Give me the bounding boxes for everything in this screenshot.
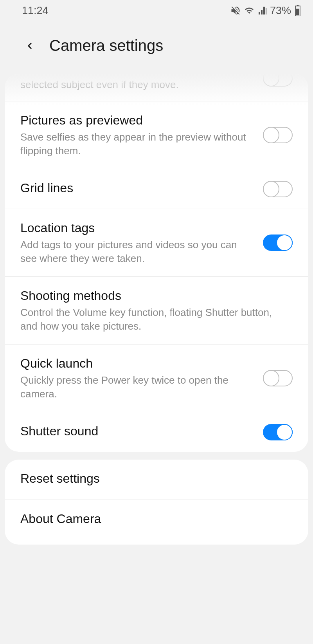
- toggle-shutter-sound[interactable]: [263, 424, 293, 440]
- settings-card-footer: Reset settings About Camera: [5, 460, 308, 544]
- page-title: Camera settings: [49, 37, 163, 54]
- setting-desc: selected subject even if they move.: [20, 78, 255, 92]
- back-button[interactable]: [22, 38, 38, 54]
- setting-pictures-as-previewed[interactable]: Pictures as previewed Save selfies as th…: [5, 101, 308, 169]
- setting-shutter-sound[interactable]: Shutter sound: [5, 412, 308, 452]
- setting-reset[interactable]: Reset settings: [5, 460, 308, 500]
- battery-percentage: 73%: [270, 5, 291, 17]
- setting-desc: Quickly press the Power key twice to ope…: [20, 373, 255, 401]
- wifi-icon: [243, 6, 255, 15]
- setting-desc: Control the Volume key function, floatin…: [20, 306, 285, 333]
- settings-card-main: selected subject even if they move. Pict…: [5, 74, 308, 452]
- toggle-quick-launch[interactable]: [263, 370, 293, 386]
- battery-icon: [294, 5, 301, 16]
- mute-icon: [230, 5, 241, 16]
- setting-title: Pictures as previewed: [20, 112, 255, 129]
- setting-desc: Add tags to your pictures and videos so …: [20, 238, 255, 265]
- setting-grid-lines[interactable]: Grid lines: [5, 169, 308, 209]
- setting-quick-launch[interactable]: Quick launch Quickly press the Power key…: [5, 345, 308, 412]
- svg-rect-2: [296, 9, 299, 15]
- setting-title: Shutter sound: [20, 423, 255, 440]
- toggle-grid-lines[interactable]: [263, 181, 293, 197]
- toggle-tracking-af[interactable]: [263, 74, 293, 87]
- setting-shooting-methods[interactable]: Shooting methods Control the Volume key …: [5, 277, 308, 345]
- setting-about[interactable]: About Camera: [5, 500, 308, 545]
- status-time: 11:24: [22, 5, 49, 17]
- setting-title: Location tags: [20, 220, 255, 236]
- setting-desc: Save selfies as they appear in the previ…: [20, 130, 255, 158]
- setting-location-tags[interactable]: Location tags Add tags to your pictures …: [5, 209, 308, 277]
- chevron-left-icon: [25, 38, 35, 54]
- toggle-location-tags[interactable]: [263, 235, 293, 251]
- setting-tracking-af[interactable]: selected subject even if they move.: [5, 74, 308, 101]
- setting-title: Reset settings: [20, 471, 285, 487]
- setting-title: Grid lines: [20, 180, 255, 197]
- toggle-pictures-as-previewed[interactable]: [263, 127, 293, 143]
- setting-title: About Camera: [20, 511, 285, 527]
- signal-icon: [257, 6, 268, 15]
- setting-title: Quick launch: [20, 355, 255, 372]
- setting-title: Shooting methods: [20, 288, 285, 304]
- app-header: Camera settings: [0, 21, 313, 74]
- status-icons: 73%: [230, 5, 301, 17]
- status-bar: 11:24 73%: [0, 0, 313, 21]
